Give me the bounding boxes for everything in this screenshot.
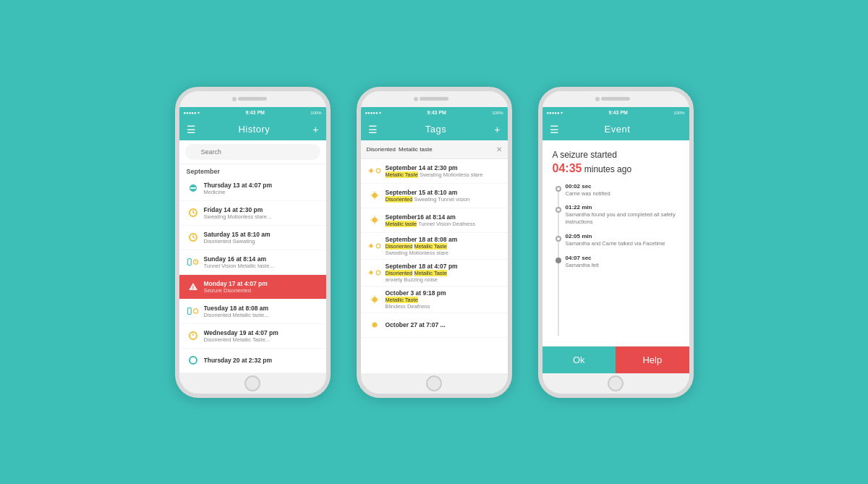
item-subtitle: Disoriented Metallic taste... xyxy=(204,312,319,318)
item-subtitle: Disoriented Metallic Taste... xyxy=(204,336,319,343)
highlight-metallic5: Metallic Taste xyxy=(386,297,418,303)
phone-top-bar-1 xyxy=(179,91,326,107)
minutes-ago-text: minutes ago xyxy=(584,164,631,174)
event-buttons: Ok Help xyxy=(542,346,689,373)
item-subtitle: Disoriented Metallic Taste xyxy=(386,270,501,276)
item-icon-sun3 xyxy=(368,213,381,226)
signal-3: ●●●●● ▾ xyxy=(547,110,563,115)
status-left-1: ●●●●● ▾ xyxy=(184,110,200,115)
timeline-item-3: 02:05 min Samantha and Carrie talked via… xyxy=(566,233,679,247)
svg-rect-1 xyxy=(190,187,196,189)
tag-list-item[interactable]: September 14 at 2:30 pm Metallic Taste S… xyxy=(361,159,508,184)
menu-icon-1[interactable]: ☰ xyxy=(187,124,196,135)
list-item[interactable]: Sunday 16 at 8:14 am Tunnel Vision Metal… xyxy=(179,250,326,275)
tag-list-item[interactable]: September 18 at 8:08 am Disoriented Meta… xyxy=(361,233,508,260)
status-right-2: 100% xyxy=(492,111,503,115)
tag-chip-disoriented[interactable]: Disoriented xyxy=(367,146,396,153)
home-button-2[interactable] xyxy=(426,375,442,391)
ok-button[interactable]: Ok xyxy=(542,347,616,373)
history-title: History xyxy=(238,124,270,135)
item-subtitle: Disoriented Sweating Tunnel vision xyxy=(386,196,501,203)
item-sub-text: Tunnel Vision Deafness xyxy=(418,221,475,227)
phone-bottom-bar-3 xyxy=(542,373,689,394)
status-time-1: 9:43 PM xyxy=(245,110,264,115)
timeline-time-3: 02:05 min xyxy=(566,233,679,239)
timeline-item-4: 04:07 sec Samantha felt xyxy=(566,255,679,269)
item-subtitle: Metallic Taste xyxy=(386,297,501,303)
timeline-dot-1 xyxy=(556,186,561,192)
item-icon-warning: ! xyxy=(187,280,200,293)
list-item[interactable]: Thursday 20 at 2:32 pm xyxy=(179,349,326,373)
list-item[interactable]: Friday 14 at 2:30 pm Sweating Motionless… xyxy=(179,201,326,226)
svg-point-23 xyxy=(372,193,377,198)
item-text: September 14 at 2:30 pm Metallic Taste S… xyxy=(386,164,501,178)
item-icon-sun-clock2 xyxy=(368,239,381,252)
menu-icon-2[interactable]: ☰ xyxy=(368,124,378,135)
help-button[interactable]: Help xyxy=(616,347,689,373)
menu-icon-3[interactable]: ☰ xyxy=(550,124,559,135)
tags-app-header: ☰ Tags + xyxy=(361,119,508,140)
svg-point-33 xyxy=(369,244,373,247)
item-title: September 15 at 8:10 am xyxy=(386,189,501,196)
list-item[interactable]: Thursday 13 at 4:07 pm Medicine xyxy=(179,177,326,201)
battery-3: 100% xyxy=(673,111,684,115)
history-content: 🔍 September Thursday 13 at 4:07 pm Medic… xyxy=(179,140,326,373)
timeline-item-1: 00:02 sec Carrie was notified xyxy=(566,183,679,198)
tag-list-item[interactable]: September 18 at 4:07 pm Disoriented Meta… xyxy=(361,260,508,286)
search-bar: 🔍 xyxy=(179,140,326,164)
phone-bottom-bar-1 xyxy=(179,373,326,394)
status-bar-1: ●●●●● ▾ 9:43 PM 100% xyxy=(179,107,326,119)
tag-list-item[interactable]: October 3 at 9:18 pm Metallic Taste Blin… xyxy=(361,286,508,313)
item-sub-text: Sweating Tunnel vision xyxy=(414,196,470,203)
tag-close-icon[interactable]: ✕ xyxy=(496,145,502,153)
item-icon-sun-clock xyxy=(368,164,381,177)
status-time-2: 9:43 PM xyxy=(427,110,446,115)
search-input[interactable] xyxy=(185,144,320,160)
item-icon-clock4 xyxy=(187,354,200,367)
item-title: September16 at 8:14 am xyxy=(386,213,501,221)
seizure-text: A seizure started xyxy=(553,150,617,160)
tag-chip-metallic[interactable]: Metallic taste xyxy=(399,146,433,153)
timeline-dot-4 xyxy=(556,258,561,263)
item-title: October 3 at 9:18 pm xyxy=(386,289,501,297)
tag-list-item-last[interactable]: October 27 at 7:07 ... xyxy=(361,313,508,338)
timeline-desc-4: Samantha felt xyxy=(566,262,679,269)
event-content: A seizure started 04:35 minutes ago 00:0… xyxy=(542,140,689,373)
item-text: Friday 14 at 2:30 pm Sweating Motionless… xyxy=(204,206,319,220)
status-left-3: ●●●●● ▾ xyxy=(547,110,563,115)
add-icon-2[interactable]: + xyxy=(494,124,500,135)
item-title: September 18 at 4:07 pm xyxy=(386,263,501,270)
item-text: Wednesday 19 at 4:07 pm Disoriented Meta… xyxy=(204,329,319,343)
highlight-metallic3: Metallic Taste xyxy=(414,243,447,250)
tag-list-item[interactable]: September16 at 8:14 am Metallic taste Tu… xyxy=(361,208,508,233)
list-item[interactable]: Wednesday 19 at 4:07 pm Disoriented Meta… xyxy=(179,324,326,349)
phone-camera-1 xyxy=(232,97,237,101)
item-title-active: Monday 17 at 4:07 pm xyxy=(204,280,319,287)
tag-list-item[interactable]: September 15 at 8:10 am Disoriented Swea… xyxy=(361,184,508,208)
tags-filter-bar: Disoriented Metallic taste ✕ xyxy=(361,140,508,159)
list-item[interactable]: Saturday 15 at 8:10 am Disoriented Sweat… xyxy=(179,226,326,250)
add-icon-1[interactable]: + xyxy=(312,124,318,135)
svg-point-17 xyxy=(369,169,373,173)
home-button-3[interactable] xyxy=(608,375,624,391)
highlight-metallic: Metallic Taste xyxy=(386,171,418,178)
status-left-2: ●●●●● ▾ xyxy=(365,110,382,115)
phones-container: ●●●●● ▾ 9:43 PM 100% ☰ History + 🔍 Septe… xyxy=(0,87,868,398)
signal-2: ●●●●● ▾ xyxy=(365,110,382,115)
item-icon-dual xyxy=(187,255,200,268)
item-text: Sunday 16 at 8:14 am Tunnel Vision Metal… xyxy=(204,255,319,269)
event-title-text: A seizure started 04:35 minutes ago xyxy=(553,149,679,177)
item-icon-clock3 xyxy=(187,329,200,342)
tags-title: Tags xyxy=(425,124,446,135)
svg-point-22 xyxy=(376,169,380,173)
item-text: September16 at 8:14 am Metallic taste Tu… xyxy=(386,213,501,227)
item-subtitle: Medicine xyxy=(204,189,319,195)
item-text: Tuesday 18 at 8:08 am Disoriented Metall… xyxy=(204,305,319,318)
timeline-time-1: 00:02 sec xyxy=(566,183,679,190)
home-button-1[interactable] xyxy=(244,375,260,391)
phone-bottom-bar-2 xyxy=(361,373,508,394)
list-item-active[interactable]: ! Monday 17 at 4:07 pm Seizure Disorient… xyxy=(179,275,326,300)
section-header-september: September xyxy=(179,164,326,177)
list-item[interactable]: Tuesday 18 at 8:08 am Disoriented Metall… xyxy=(179,300,326,324)
phone-camera-3 xyxy=(595,97,600,101)
